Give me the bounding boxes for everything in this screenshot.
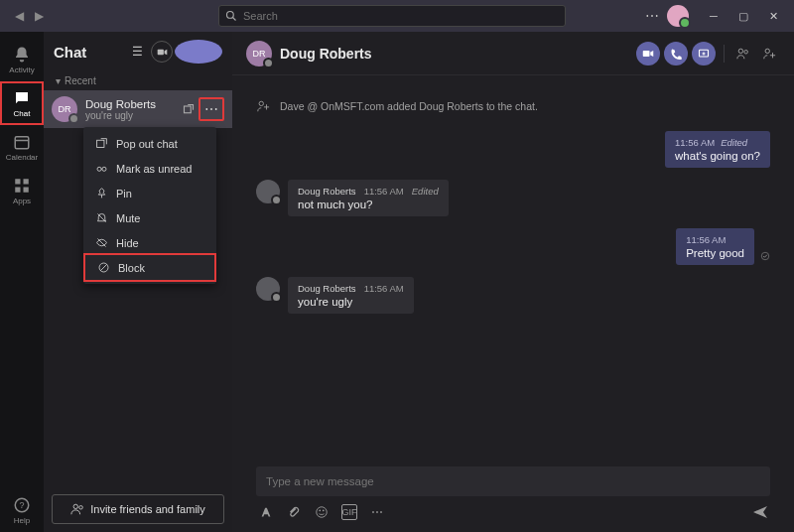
rail-apps[interactable]: Apps [0,169,44,212]
popout-icon [95,137,108,150]
svg-marker-16 [650,51,653,57]
svg-rect-15 [643,51,650,57]
emoji-button[interactable] [314,504,330,520]
ctx-pin[interactable]: Pin [83,181,216,205]
rail-activity[interactable]: Activity [0,38,44,81]
glasses-icon [95,162,108,175]
svg-point-0 [227,12,234,19]
message-incoming[interactable]: Doug Roberts11:56 AM you're ugly [256,277,770,314]
people-add-icon [70,502,84,516]
edited-label: Edited [721,137,747,148]
svg-point-21 [259,101,263,105]
rail-item-label: Chat [14,109,31,118]
svg-point-20 [765,49,769,53]
rail-chat[interactable]: Chat [0,81,44,125]
ctx-block[interactable]: Block [83,253,216,282]
nav-forward-icon[interactable]: ▶ [30,9,48,23]
invite-friends-button[interactable]: Invite friends and family [52,494,224,524]
svg-rect-10 [157,49,163,55]
svg-point-14 [79,506,83,510]
filter-button[interactable]: ☰ [125,40,149,64]
person-add-icon [762,47,776,61]
meet-now-button[interactable] [151,41,173,63]
svg-rect-5 [24,179,29,184]
svg-line-1 [233,18,236,21]
rail-item-label: Activity [9,66,34,74]
svg-point-25 [323,509,325,511]
avatar [256,277,280,301]
svg-rect-26 [97,140,104,147]
format-button[interactable] [258,504,274,520]
mute-icon [95,211,108,224]
apps-icon [13,177,31,195]
search-icon [225,10,237,22]
avatar: DR [246,41,272,66]
message-time: 11:56 AM [364,283,404,294]
new-chat-button[interactable] [175,40,222,64]
svg-point-18 [738,49,742,53]
add-people-button[interactable] [758,43,780,65]
message-time: 11:56 AM [686,234,726,245]
rail-item-label: Calendar [6,153,38,162]
avatar [256,180,280,203]
window-close-button[interactable]: ✕ [758,4,788,28]
ctx-hide[interactable]: Hide [83,230,216,255]
svg-point-24 [319,509,321,511]
person-add-icon [256,99,270,113]
chat-item-doug-roberts[interactable]: DR Doug Roberts you're ugly ⋯ [44,90,232,128]
chevron-down-icon: ▾ [56,75,61,86]
svg-point-27 [97,167,101,171]
rail-item-label: Apps [13,197,31,205]
pin-icon [95,187,108,200]
screenshare-button[interactable] [692,42,716,66]
nav-back-icon[interactable]: ◀ [10,9,28,23]
ctx-mark-unread[interactable]: Mark as unread [83,156,216,181]
title-bar: ◀ ▶ ⋯ ─ ▢ ✕ [0,0,794,32]
settings-more-icon[interactable]: ⋯ [645,8,659,24]
emoji-icon [315,505,329,519]
popout-icon[interactable] [183,103,195,115]
read-receipt-icon [760,247,770,265]
window-maximize-button[interactable]: ▢ [728,4,758,28]
video-call-button[interactable] [636,42,660,66]
search-box[interactable] [218,5,566,27]
conversation-header: DR Doug Roberts [232,32,794,75]
rail-calendar[interactable]: Calendar [0,125,44,169]
more-compose-button[interactable]: ⋯ [369,504,385,520]
message-incoming[interactable]: Doug Roberts11:56 AMEdited not much you? [256,180,770,216]
block-icon [97,261,110,274]
chat-item-preview: you're ugly [85,110,175,121]
message-outgoing[interactable]: 11:56 AM Pretty good [256,228,770,265]
compose-box[interactable] [256,466,770,496]
chat-item-more-button[interactable]: ⋯ [198,97,224,121]
window-minimize-button[interactable]: ─ [699,4,728,28]
svg-point-28 [102,167,106,171]
chatlist-title: Chat [54,44,123,61]
audio-call-button[interactable] [664,42,688,66]
message-time: 11:56 AM [675,137,715,148]
conversation-pane: DR Doug Roberts Dave @ OnMSFT.com added … [232,32,794,532]
format-icon [259,505,273,519]
ctx-mute[interactable]: Mute [83,205,216,230]
gif-button[interactable]: GIF [341,504,357,520]
svg-marker-11 [164,49,167,55]
section-recent[interactable]: ▾ Recent [44,71,232,90]
rail-help[interactable]: ? Help [0,488,44,532]
avatar: DR [52,96,77,122]
svg-rect-2 [15,136,29,148]
eye-off-icon [95,236,108,249]
current-user-avatar[interactable] [667,5,689,27]
send-button[interactable] [752,504,768,520]
message-outgoing[interactable]: 11:56 AM Edited what's going on? [256,131,770,168]
attach-button[interactable] [286,504,302,520]
svg-point-23 [317,507,328,518]
message-text: Pretty good [686,247,744,259]
search-input[interactable] [243,10,559,22]
ctx-popout[interactable]: Pop out chat [83,131,216,156]
people-button[interactable] [732,43,754,65]
message-input[interactable] [266,475,760,487]
calendar-icon [13,133,31,151]
message-text: what's going on? [675,150,760,162]
message-time: 11:56 AM [364,186,404,197]
system-message: Dave @ OnMSFT.com added Doug Roberts to … [256,99,770,113]
